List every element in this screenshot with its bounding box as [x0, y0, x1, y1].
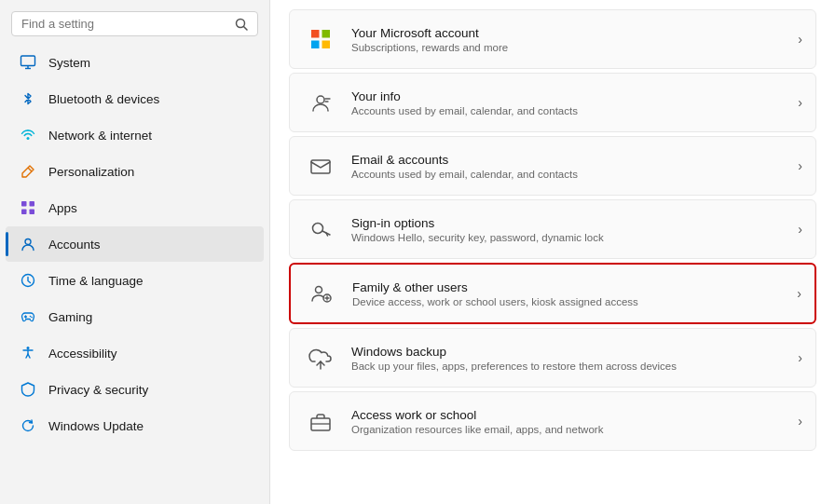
sidebar-item-label-network: Network & internet — [48, 129, 152, 143]
main-content: Your Microsoft account Subscriptions, re… — [270, 0, 835, 504]
sidebar-item-accounts[interactable]: Accounts — [6, 226, 264, 262]
sidebar-item-label-bluetooth: Bluetooth & devices — [48, 92, 159, 106]
sidebar-item-time[interactable]: Time & language — [6, 263, 264, 298]
svg-point-17 — [27, 347, 30, 349]
sidebar-item-label-personalization: Personalization — [48, 165, 134, 179]
person-icon — [19, 235, 37, 253]
chevron-icon: › — [798, 95, 802, 110]
sidebar-item-label-gaming: Gaming — [48, 310, 92, 324]
person-card-icon — [303, 85, 338, 120]
apps-icon — [19, 198, 37, 217]
sidebar-item-gaming[interactable]: Gaming — [6, 299, 264, 334]
sidebar-item-accessibility[interactable]: Accessibility — [6, 335, 264, 371]
settings-item-text-signin-options: Sign-in options Windows Hello, security … — [351, 216, 788, 243]
shield-icon — [19, 380, 37, 399]
sidebar-item-bluetooth[interactable]: Bluetooth & devices — [6, 81, 264, 116]
svg-point-16 — [31, 317, 33, 319]
svg-rect-25 — [311, 160, 330, 173]
svg-point-27 — [316, 287, 322, 293]
settings-item-access-work[interactable]: Access work or school Organization resou… — [289, 391, 816, 451]
sidebar-item-system[interactable]: System — [6, 45, 264, 80]
chevron-icon: › — [798, 350, 802, 365]
network-icon — [19, 126, 37, 144]
search-container — [0, 0, 269, 44]
briefcase-icon — [303, 403, 338, 439]
svg-rect-18 — [311, 30, 320, 38]
settings-item-family-users[interactable]: Family & other users Device access, work… — [289, 263, 816, 324]
key-icon — [303, 211, 338, 247]
svg-rect-19 — [322, 30, 331, 38]
settings-item-your-info[interactable]: Your info Accounts used by email, calend… — [289, 73, 816, 132]
settings-item-text-family-users: Family & other users Device access, work… — [352, 280, 787, 307]
svg-rect-2 — [21, 56, 35, 66]
settings-item-text-access-work: Access work or school Organization resou… — [351, 408, 788, 435]
svg-rect-9 — [21, 210, 27, 215]
sidebar-nav: System Bluetooth & devices N — [0, 44, 269, 504]
accessibility-icon — [19, 344, 37, 362]
settings-item-text-your-info: Your info Accounts used by email, calend… — [351, 89, 788, 116]
sidebar-item-label-accessibility: Accessibility — [48, 347, 117, 361]
settings-item-desc-your-info: Accounts used by email, calendar, and co… — [351, 105, 788, 116]
settings-item-desc-email-accounts: Accounts used by email, calendar, and co… — [351, 169, 788, 180]
settings-item-desc-family-users: Device access, work or school users, kio… — [352, 296, 787, 307]
backup-icon — [303, 340, 338, 375]
sidebar-item-label-accounts: Accounts — [48, 238, 101, 252]
settings-item-title-access-work: Access work or school — [351, 408, 788, 422]
svg-point-15 — [30, 316, 32, 318]
svg-point-11 — [25, 239, 31, 245]
envelope-icon — [303, 148, 338, 184]
settings-item-text-windows-backup: Windows backup Back up your files, apps,… — [351, 345, 788, 372]
settings-item-desc-access-work: Organization resources like email, apps,… — [351, 424, 788, 435]
clock-icon — [19, 271, 37, 290]
svg-point-5 — [27, 137, 30, 140]
settings-item-title-signin-options: Sign-in options — [351, 216, 788, 230]
settings-item-desc-windows-backup: Back up your files, apps, preferences to… — [351, 361, 788, 372]
chevron-icon: › — [798, 32, 802, 47]
svg-rect-20 — [311, 41, 320, 49]
sidebar-item-network[interactable]: Network & internet — [6, 117, 264, 153]
chevron-icon: › — [798, 158, 802, 173]
sidebar-item-label-time: Time & language — [48, 274, 144, 288]
sidebar-item-apps[interactable]: Apps — [6, 190, 264, 225]
person-add-icon — [304, 276, 339, 311]
sidebar-item-privacy[interactable]: Privacy & security — [6, 372, 264, 407]
settings-item-microsoft-account[interactable]: Your Microsoft account Subscriptions, re… — [289, 9, 816, 69]
svg-point-22 — [317, 96, 324, 103]
sidebar-item-label-update: Windows Update — [48, 419, 144, 433]
svg-line-6 — [28, 168, 32, 171]
sidebar-item-label-apps: Apps — [48, 201, 77, 215]
settings-item-signin-options[interactable]: Sign-in options Windows Hello, security … — [289, 199, 816, 259]
settings-item-windows-backup[interactable]: Windows backup Back up your files, apps,… — [289, 328, 816, 388]
svg-rect-21 — [322, 41, 331, 49]
grid-icon — [303, 21, 338, 57]
svg-line-1 — [244, 26, 248, 30]
settings-item-title-microsoft-account: Your Microsoft account — [351, 26, 788, 40]
gamepad-icon — [19, 307, 37, 326]
sidebar: System Bluetooth & devices N — [0, 0, 270, 504]
settings-item-title-family-users: Family & other users — [352, 280, 787, 294]
search-box[interactable] — [11, 11, 258, 36]
settings-item-text-microsoft-account: Your Microsoft account Subscriptions, re… — [351, 26, 788, 53]
chevron-icon: › — [798, 414, 802, 429]
sidebar-item-label-system: System — [48, 56, 90, 70]
settings-item-title-email-accounts: Email & accounts — [351, 153, 788, 167]
chevron-icon: › — [797, 286, 801, 301]
chevron-icon: › — [798, 222, 802, 237]
svg-rect-10 — [30, 210, 35, 215]
settings-item-email-accounts[interactable]: Email & accounts Accounts used by email,… — [289, 136, 816, 196]
settings-item-title-windows-backup: Windows backup — [351, 345, 788, 359]
update-icon — [19, 416, 37, 435]
brush-icon — [19, 162, 37, 181]
svg-point-26 — [313, 224, 323, 234]
search-icon — [235, 18, 248, 31]
monitor-icon — [19, 53, 37, 72]
bluetooth-icon — [19, 89, 37, 108]
settings-item-title-your-info: Your info — [351, 89, 788, 103]
sidebar-item-personalization[interactable]: Personalization — [6, 154, 264, 189]
svg-rect-8 — [30, 201, 35, 207]
search-input[interactable] — [21, 17, 227, 31]
sidebar-item-update[interactable]: Windows Update — [6, 408, 264, 443]
svg-rect-7 — [21, 201, 27, 207]
settings-item-desc-microsoft-account: Subscriptions, rewards and more — [351, 42, 788, 53]
settings-item-text-email-accounts: Email & accounts Accounts used by email,… — [351, 153, 788, 180]
